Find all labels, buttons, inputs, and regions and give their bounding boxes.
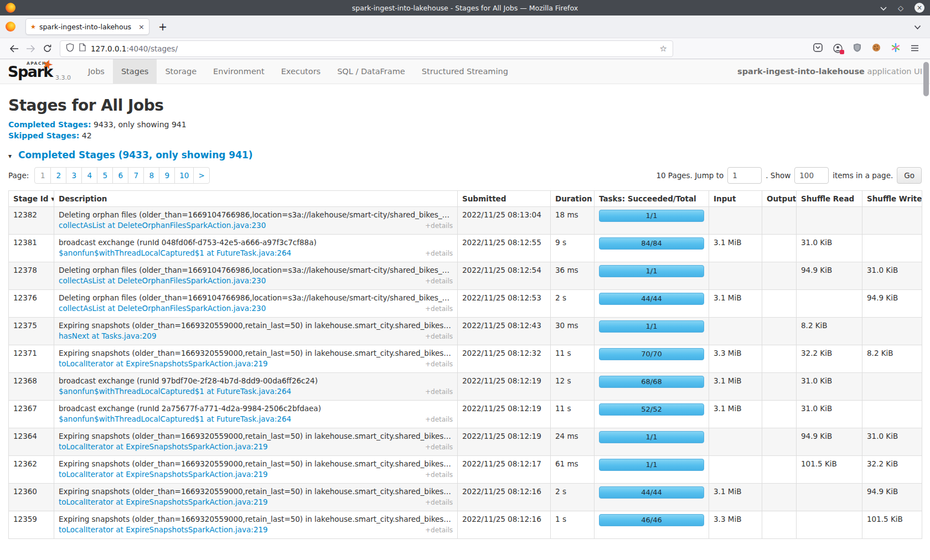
- stage-detail-link[interactable]: collectAsList at DeleteOrphanFilesSparkA…: [59, 303, 266, 314]
- cookie-extension-icon[interactable]: [872, 43, 881, 54]
- vertical-scrollbar-thumb[interactable]: [923, 62, 929, 96]
- stage-detail-link[interactable]: collectAsList at DeleteOrphanFilesSparkA…: [59, 276, 266, 286]
- stage-detail-link[interactable]: toLocalIterator at ExpireSnapshotsSparkA…: [59, 442, 268, 452]
- bookmark-star-icon[interactable]: ☆: [660, 44, 667, 54]
- page-button-6[interactable]: 6: [112, 168, 128, 183]
- back-button[interactable]: [6, 45, 22, 53]
- stage-detail-link[interactable]: $anonfun$withThreadLocalCaptured$1 at Fu…: [59, 414, 291, 424]
- page-button-3[interactable]: 3: [66, 168, 81, 183]
- stage-description: Deleting orphan files (older_than=166910…: [59, 265, 453, 276]
- column-header-shuffle-write[interactable]: Shuffle Write: [862, 191, 922, 207]
- shuffle-read-cell: 31.0 KiB: [797, 373, 862, 401]
- column-header-output[interactable]: Output: [762, 191, 797, 207]
- column-header-duration[interactable]: Duration: [551, 191, 595, 207]
- tasks-cell: 44/44: [595, 290, 709, 318]
- jump-to-page-input[interactable]: [727, 167, 762, 184]
- new-tab-button[interactable]: +: [158, 20, 167, 33]
- go-button[interactable]: Go: [897, 167, 922, 184]
- spark-nav-item-structured-streaming[interactable]: Structured Streaming: [414, 59, 516, 84]
- details-toggle[interactable]: +details: [425, 497, 453, 508]
- input-cell: 3.3 MiB: [709, 345, 762, 373]
- page-button-8[interactable]: 8: [143, 168, 159, 183]
- details-toggle[interactable]: +details: [425, 387, 453, 397]
- pocket-icon[interactable]: [813, 43, 823, 54]
- reload-button[interactable]: [39, 44, 55, 53]
- stage-detail-link[interactable]: hasNext at Tasks.java:209: [59, 331, 157, 341]
- stage-detail-link[interactable]: toLocalIterator at ExpireSnapshotsSparkA…: [59, 359, 268, 369]
- stage-id-cell: 12362: [9, 456, 54, 484]
- forward-button[interactable]: [22, 45, 39, 53]
- spark-logo[interactable]: APACHE Spark ★ 3.3.0: [7, 59, 74, 84]
- stage-detail-link[interactable]: $anonfun$withThreadLocalCaptured$1 at Fu…: [59, 386, 291, 397]
- skipped-stages-link[interactable]: Skipped Stages:: [8, 131, 79, 140]
- tasks-cell: 1/1: [595, 456, 709, 484]
- column-header-tasks-succeeded-total[interactable]: Tasks: Succeeded/Total: [595, 191, 709, 207]
- firefox-view-icon[interactable]: [6, 22, 16, 32]
- column-header-stage-id[interactable]: Stage Id ▾: [9, 191, 54, 207]
- input-cell: 3.1 MiB: [709, 373, 762, 401]
- ublock-shield-icon[interactable]: [853, 43, 861, 54]
- spark-nav-item-sql-dataframe[interactable]: SQL / DataFrame: [329, 59, 414, 84]
- column-header-submitted[interactable]: Submitted: [458, 191, 551, 207]
- spark-nav-item-stages[interactable]: Stages: [113, 59, 157, 84]
- page-button-5[interactable]: 5: [97, 168, 112, 183]
- submitted-cell: 2022/11/25 08:12:16: [458, 484, 551, 511]
- details-toggle[interactable]: +details: [425, 331, 453, 342]
- page-button-7[interactable]: 7: [128, 168, 143, 183]
- browser-tab[interactable]: ★ spark-ingest-into-lakehous ×: [25, 18, 149, 35]
- details-toggle[interactable]: +details: [425, 442, 453, 453]
- url-bar[interactable]: 127.0.0.1:4040/stages/ ☆: [60, 40, 673, 57]
- tasks-progress-bar: 46/46: [599, 514, 704, 526]
- tasks-progress-bar: 1/1: [599, 431, 704, 443]
- window-minimize-button[interactable]: [880, 3, 887, 13]
- page-button-10[interactable]: 10: [174, 168, 193, 183]
- tab-list-chevron-icon[interactable]: [914, 22, 921, 32]
- page-button-next[interactable]: >: [193, 168, 209, 183]
- colorful-asterisk-extension-icon[interactable]: [891, 43, 900, 54]
- details-toggle[interactable]: +details: [425, 304, 453, 314]
- page-button-4[interactable]: 4: [81, 168, 97, 183]
- page-info-icon[interactable]: [79, 43, 86, 54]
- completed-stages-section-header[interactable]: ▾ Completed Stages (9433, only showing 9…: [8, 149, 922, 160]
- page-label: Page:: [8, 171, 29, 180]
- stage-detail-link[interactable]: collectAsList at DeleteOrphanFilesSparkA…: [59, 220, 266, 231]
- stage-detail-link[interactable]: toLocalIterator at ExpireSnapshotsSparkA…: [59, 497, 268, 507]
- details-toggle[interactable]: +details: [425, 248, 453, 259]
- spark-nav-item-jobs[interactable]: Jobs: [80, 59, 113, 84]
- column-header-shuffle-read[interactable]: Shuffle Read: [797, 191, 862, 207]
- output-cell: [762, 428, 797, 456]
- details-toggle[interactable]: +details: [425, 525, 453, 536]
- shield-icon[interactable]: [66, 43, 74, 54]
- stage-detail-link[interactable]: $anonfun$withThreadLocalCaptured$1 at Fu…: [59, 248, 291, 258]
- column-header-input[interactable]: Input: [709, 191, 762, 207]
- page-button-1[interactable]: 1: [35, 168, 50, 183]
- spark-nav-item-storage[interactable]: Storage: [157, 59, 205, 84]
- details-toggle[interactable]: +details: [425, 470, 453, 480]
- page-button-2[interactable]: 2: [50, 168, 66, 183]
- shuffle-write-cell: 31.0 KiB: [862, 428, 922, 456]
- stage-detail-link[interactable]: toLocalIterator at ExpireSnapshotsSparkA…: [59, 525, 268, 535]
- details-toggle[interactable]: +details: [425, 221, 453, 231]
- tab-close-icon[interactable]: ×: [138, 23, 144, 31]
- column-header-description[interactable]: Description: [54, 191, 458, 207]
- output-cell: [762, 290, 797, 318]
- spark-nav-item-environment[interactable]: Environment: [205, 59, 273, 84]
- hamburger-menu-icon[interactable]: [911, 43, 919, 54]
- input-cell: [709, 262, 762, 290]
- completed-stages-link[interactable]: Completed Stages:: [8, 120, 91, 129]
- details-toggle[interactable]: +details: [425, 414, 453, 425]
- table-row: 12381broadcast exchange (runId 048fd06f-…: [9, 235, 922, 262]
- page-button-9[interactable]: 9: [159, 168, 174, 183]
- window-maximize-button[interactable]: ◇: [898, 4, 903, 12]
- url-path: :4040/stages/: [126, 44, 178, 53]
- account-extension-icon[interactable]: [833, 44, 843, 53]
- application-ui-label: spark-ingest-into-lakehouse application …: [737, 67, 930, 76]
- items-per-page-input[interactable]: [794, 167, 829, 184]
- pagination-bar: Page: 12345678910> 10 Pages. Jump to . S…: [8, 167, 922, 184]
- details-toggle[interactable]: +details: [425, 276, 453, 287]
- stages-table: Stage Id ▾DescriptionSubmittedDurationTa…: [8, 190, 922, 539]
- window-close-button[interactable]: ×: [914, 3, 924, 13]
- spark-nav-item-executors[interactable]: Executors: [273, 59, 329, 84]
- details-toggle[interactable]: +details: [425, 359, 453, 370]
- stage-detail-link[interactable]: toLocalIterator at ExpireSnapshotsSparkA…: [59, 469, 268, 480]
